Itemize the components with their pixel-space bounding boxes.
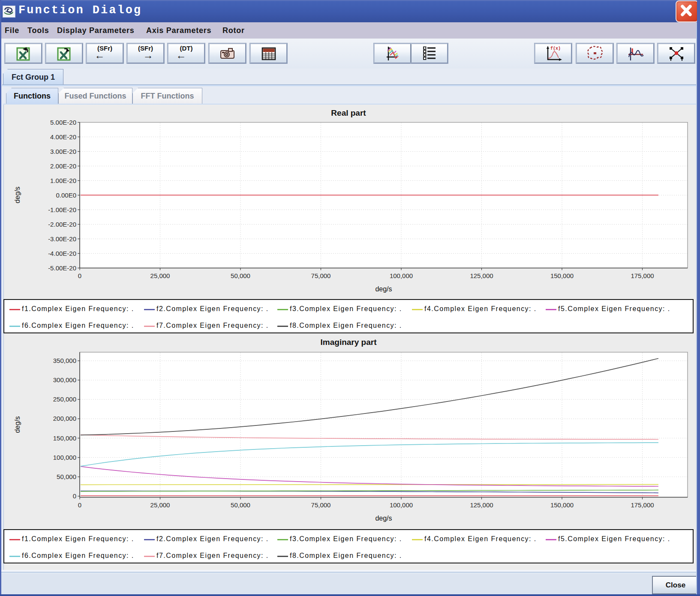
svg-text:100,000: 100,000 — [53, 454, 76, 461]
svg-text:250,000: 250,000 — [53, 395, 76, 403]
svg-text:0: 0 — [78, 272, 81, 279]
svg-text:350,000: 350,000 — [53, 357, 76, 364]
svg-text:deg/s: deg/s — [14, 186, 21, 203]
svg-text:-4.00E-20: -4.00E-20 — [48, 250, 76, 257]
svg-text:150,000: 150,000 — [550, 501, 574, 509]
svg-text:Real part: Real part — [331, 108, 366, 117]
svg-text:75,000: 75,000 — [311, 501, 331, 509]
svg-text:5.00E-20: 5.00E-20 — [50, 119, 76, 126]
svg-text:25,000: 25,000 — [150, 501, 170, 509]
svg-text:50,000: 50,000 — [231, 272, 250, 279]
svg-text:150,000: 150,000 — [550, 272, 574, 279]
svg-text:deg/s: deg/s — [14, 416, 21, 433]
svg-text:200,000: 200,000 — [53, 415, 76, 422]
svg-text:f(x): f(x) — [550, 46, 561, 51]
svg-text:150,000: 150,000 — [53, 434, 76, 442]
svg-text:0.00E0: 0.00E0 — [56, 192, 76, 199]
svg-text:1.00E-20: 1.00E-20 — [50, 177, 76, 184]
svg-text:100,000: 100,000 — [390, 501, 413, 509]
svg-text:50,000: 50,000 — [231, 501, 250, 509]
svg-text:75,000: 75,000 — [311, 272, 331, 279]
svg-text:25,000: 25,000 — [150, 272, 170, 279]
svg-text:175,000: 175,000 — [631, 272, 654, 279]
svg-text:deg/s: deg/s — [375, 515, 392, 522]
svg-text:125,000: 125,000 — [470, 272, 493, 279]
svg-text:125,000: 125,000 — [470, 501, 493, 509]
svg-text:0: 0 — [78, 501, 81, 509]
svg-text:4.00E-20: 4.00E-20 — [50, 133, 76, 141]
svg-text:300,000: 300,000 — [53, 376, 76, 383]
svg-text:0: 0 — [73, 492, 76, 500]
svg-text:deg/s: deg/s — [375, 285, 392, 293]
svg-text:2.00E-20: 2.00E-20 — [50, 162, 76, 170]
svg-text:100,000: 100,000 — [390, 272, 413, 279]
svg-text:175,000: 175,000 — [631, 501, 654, 509]
svg-text:-2.00E-20: -2.00E-20 — [48, 221, 76, 228]
svg-text:-5.00E-20: -5.00E-20 — [48, 264, 76, 272]
svg-text:Imaginary part: Imaginary part — [321, 338, 377, 347]
svg-text:3.00E-20: 3.00E-20 — [50, 148, 76, 155]
svg-text:-1.00E-20: -1.00E-20 — [48, 206, 76, 213]
svg-text:-3.00E-20: -3.00E-20 — [48, 235, 76, 243]
svg-text:50,000: 50,000 — [57, 473, 76, 480]
